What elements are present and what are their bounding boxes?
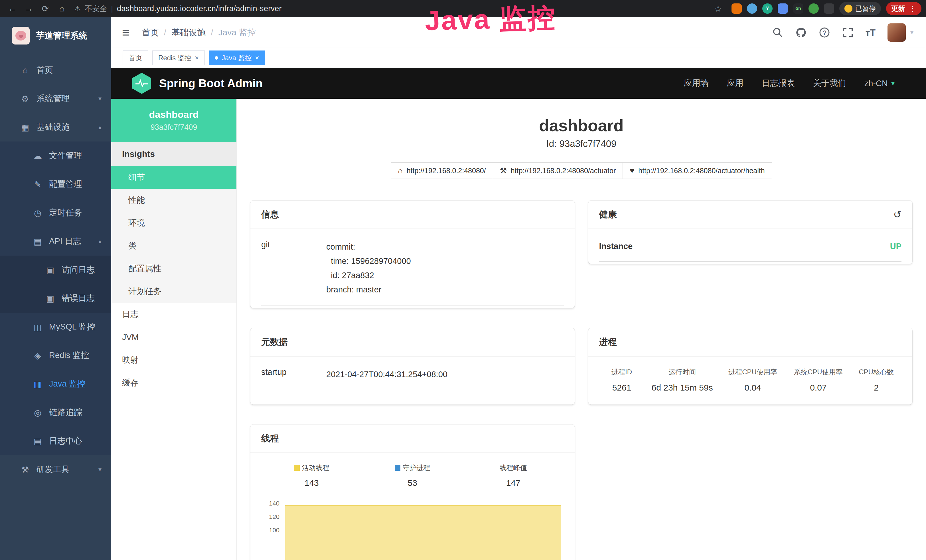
extension-fox-icon[interactable] [731, 3, 742, 14]
sba-item-mappings[interactable]: 映射 [111, 349, 236, 371]
process-col-value: 5261 [599, 383, 645, 392]
search-icon[interactable] [772, 27, 784, 38]
sidebar-item-label: 链路追踪 [49, 407, 82, 418]
sba-item-environment[interactable]: 环境 [111, 212, 236, 235]
sidebar-item-system-management[interactable]: ⚙ 系统管理 ▾ [0, 85, 111, 113]
sba-item-details[interactable]: 细节 [111, 166, 236, 189]
sidebar-item-label: 访问日志 [62, 264, 95, 275]
instance-subtitle: Id: 93a3fc7f7409 [237, 138, 926, 149]
sidebar-item-log-center[interactable]: ▤ 日志中心 [0, 427, 111, 455]
app-logo[interactable]: 芋道管理系统 [0, 17, 111, 54]
browser-back-button[interactable]: ← [4, 4, 21, 14]
extension-leaf-icon[interactable] [808, 3, 819, 14]
redis-icon: ◈ [33, 351, 43, 360]
sidebar-item-label: 文件管理 [49, 150, 82, 162]
breadcrumb-home[interactable]: 首页 [142, 27, 159, 38]
home-icon: ⌂ [398, 166, 402, 175]
browser-forward-button[interactable]: → [21, 4, 37, 14]
tab-home[interactable]: 首页 [123, 50, 148, 65]
tools-icon: ⚒ [20, 465, 30, 475]
sidebar-item-config-management[interactable]: ✎ 配置管理 [0, 170, 111, 198]
sidebar-menu: ⌂ 首页 ⚙ 系统管理 ▾ ▦ 基础设施 ▴ ☁ 文件管理 ✎ 配置管 [0, 54, 111, 484]
sba-item-jvm[interactable]: JVM [111, 326, 236, 349]
close-icon[interactable]: × [255, 54, 259, 62]
health-url-link[interactable]: ♥ http://192.168.0.2:48080/actuator/heal… [623, 162, 772, 179]
font-size-icon[interactable]: тT [865, 27, 876, 38]
process-col-header: 运行时间 [645, 368, 720, 377]
process-col-value: 0.04 [720, 383, 786, 392]
extension-puzzle-icon[interactable] [824, 3, 834, 14]
browser-home-button[interactable]: ⌂ [54, 4, 70, 14]
bookmark-star-icon[interactable]: ☆ [710, 4, 726, 14]
instance-url-link[interactable]: ⌂ http://192.168.0.2:48080/ [391, 162, 493, 179]
sba-instance-header[interactable]: dashboard 93a3fc7f7409 [111, 99, 236, 142]
sba-insight-list: 细节 性能 环境 类 配置属性 计划任务 [111, 166, 236, 303]
process-col-value: 0.07 [785, 383, 851, 392]
sba-item-caches[interactable]: 缓存 [111, 371, 236, 394]
sba-item-logs[interactable]: 日志 [111, 303, 236, 326]
process-col-header: 进程CPU使用率 [720, 368, 786, 377]
sidebar-item-error-logs[interactable]: ▣ 错误日志 [0, 284, 111, 313]
metadata-startup-row: startup 2021-04-27T00:44:31.254+08:00 [261, 360, 564, 390]
sba-item-performance[interactable]: 性能 [111, 189, 236, 212]
sba-nav-applications[interactable]: 应用 [727, 77, 743, 89]
sidebar-item-file-management[interactable]: ☁ 文件管理 [0, 141, 111, 170]
user-avatar[interactable] [888, 23, 906, 42]
sidebar-item-redis-monitor[interactable]: ◈ Redis 监控 [0, 341, 111, 370]
history-icon[interactable]: ↺ [893, 209, 902, 220]
sba-item-scheduled-tasks[interactable]: 计划任务 [111, 280, 236, 303]
sidebar-item-access-logs[interactable]: ▣ 访问日志 [0, 256, 111, 284]
threads-daemon-value: 53 [362, 478, 463, 488]
extension-on-switch-icon[interactable]: on [793, 3, 803, 14]
live-threads-swatch-icon [294, 465, 300, 471]
avatar-caret-icon[interactable]: ▾ [910, 29, 914, 36]
sidebar-item-scheduled-jobs[interactable]: ◷ 定时任务 [0, 198, 111, 227]
infrastructure-submenu: ☁ 文件管理 ✎ 配置管理 ◷ 定时任务 ▤ API 日志 ▴ [0, 141, 111, 455]
language-selector[interactable]: zh-CN ▾ [864, 79, 895, 88]
sidebar-item-dev-tools[interactable]: ⚒ 研发工具 ▾ [0, 455, 111, 484]
cards-grid: 信息 git commit: time: 1596289704000 id: 2… [237, 201, 926, 560]
threads-peak-value: 147 [463, 478, 564, 488]
breadcrumb-infrastructure[interactable]: 基础设施 [171, 27, 206, 38]
sidebar-item-mysql-monitor[interactable]: ◫ MySQL 监控 [0, 313, 111, 341]
sba-header: Spring Boot Admin 应用墙 应用 日志报表 关于我们 zh-CN… [111, 68, 926, 99]
legend-label: 线程峰值 [500, 463, 527, 472]
fullscreen-icon[interactable] [842, 27, 853, 38]
browser-menu-icon[interactable]: ⋮ [909, 4, 916, 13]
app-sidebar: 芋道管理系统 ⌂ 首页 ⚙ 系统管理 ▾ ▦ 基础设施 ▴ ☁ 文件管理 [0, 17, 111, 560]
access-log-icon: ▣ [45, 265, 55, 275]
process-card: 进程 进程ID 运行时间 进程CPU使用率 系统CPU使用率 CPU核心数 52… [589, 328, 912, 404]
profile-paused-badge[interactable]: 已暂停 [839, 2, 881, 15]
extension-grid-icon[interactable] [778, 3, 788, 14]
sba-item-classes[interactable]: 类 [111, 235, 236, 257]
info-key: git [261, 240, 326, 297]
home-icon: ⌂ [20, 65, 30, 75]
help-icon[interactable]: ? [819, 27, 830, 38]
address-bar[interactable]: ⚠ 不安全 | dashboard.yudao.iocoder.cn/infra… [74, 4, 282, 14]
sidebar-item-link-tracing[interactable]: ◎ 链路追踪 [0, 398, 111, 427]
sba-brand-title: Spring Boot Admin [159, 77, 263, 90]
sidebar-item-home[interactable]: ⌂ 首页 [0, 56, 111, 85]
sidebar-item-java-monitor[interactable]: ▥ Java 监控 [0, 370, 111, 398]
tab-java-monitor[interactable]: Java 监控 × [209, 50, 265, 65]
sba-item-config-properties[interactable]: 配置属性 [111, 257, 236, 280]
extension-y-icon[interactable]: Y [762, 3, 773, 14]
threads-chart: 140 120 100 [261, 500, 564, 560]
hamburger-menu-icon[interactable]: ≡ [122, 25, 130, 40]
tab-redis-monitor[interactable]: Redis 监控 × [152, 50, 205, 65]
sba-nav-about[interactable]: 关于我们 [813, 77, 846, 89]
threads-peak-label: 线程峰值 [463, 463, 564, 472]
github-icon[interactable] [795, 27, 807, 38]
chrome-update-button[interactable]: 更新 ⋮ [886, 2, 921, 15]
close-icon[interactable]: × [195, 54, 199, 62]
sidebar-item-api-logs[interactable]: ▤ API 日志 ▴ [0, 227, 111, 256]
wrench-icon: ⚒ [500, 166, 507, 175]
sba-nav-journal[interactable]: 日志报表 [762, 77, 795, 89]
health-instance-row[interactable]: Instance UP [599, 233, 902, 262]
sba-nav-wallboard[interactable]: 应用墙 [684, 77, 709, 89]
extension-drop-icon[interactable] [747, 3, 757, 14]
actuator-url-link[interactable]: ⚒ http://192.168.0.2:48080/actuator [493, 162, 623, 179]
browser-reload-button[interactable]: ⟳ [37, 4, 54, 14]
url-text[interactable]: dashboard.yudao.iocoder.cn/infra/admin-s… [117, 4, 282, 13]
sidebar-item-infrastructure[interactable]: ▦ 基础设施 ▴ [0, 113, 111, 141]
